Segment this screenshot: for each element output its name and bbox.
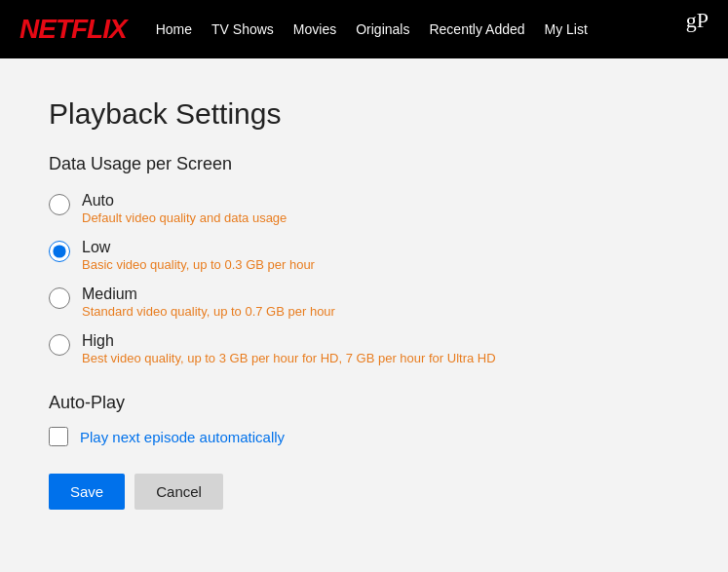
netflix-logo: NETFLIX (19, 14, 127, 45)
nav-originals[interactable]: Originals (356, 21, 409, 37)
radio-auto-labels: Auto Default video quality and data usag… (82, 192, 287, 225)
radio-high-label[interactable]: High (82, 332, 496, 350)
radio-low-label[interactable]: Low (82, 239, 315, 256)
nav-tv-shows[interactable]: TV Shows (211, 21, 274, 37)
data-usage-section-title: Data Usage per Screen (49, 154, 679, 174)
radio-medium-label[interactable]: Medium (82, 286, 335, 303)
data-usage-radio-group: Auto Default video quality and data usag… (49, 192, 679, 365)
nav-movies[interactable]: Movies (293, 21, 336, 37)
save-button[interactable]: Save (49, 474, 125, 510)
radio-low-desc: Basic video quality, up to 0.3 GB per ho… (82, 257, 315, 272)
page-title: Playback Settings (49, 97, 679, 131)
radio-auto[interactable] (49, 194, 70, 215)
button-row: Save Cancel (49, 474, 679, 510)
radio-option-medium: Medium Standard video quality, up to 0.7… (49, 286, 679, 319)
nav-recently-added[interactable]: Recently Added (429, 21, 524, 37)
autoplay-section-title: Auto-Play (49, 393, 679, 413)
main-content: Playback Settings Data Usage per Screen … (0, 58, 728, 549)
radio-medium-desc: Standard video quality, up to 0.7 GB per… (82, 304, 335, 319)
radio-low[interactable] (49, 241, 70, 262)
nav-home[interactable]: Home (156, 21, 192, 37)
radio-medium-labels: Medium Standard video quality, up to 0.7… (82, 286, 335, 319)
nav-links: Home TV Shows Movies Originals Recently … (156, 20, 588, 38)
autoplay-label[interactable]: Play next episode automatically (80, 429, 285, 445)
radio-high[interactable] (49, 334, 70, 356)
nav-my-list[interactable]: My List (545, 21, 588, 37)
gp-badge: gP (686, 8, 709, 33)
cancel-button[interactable]: Cancel (134, 474, 223, 510)
radio-auto-label[interactable]: Auto (82, 192, 287, 210)
radio-medium[interactable] (49, 287, 70, 309)
radio-high-desc: Best video quality, up to 3 GB per hour … (82, 351, 496, 365)
autoplay-checkbox[interactable] (49, 427, 68, 446)
radio-auto-desc: Default video quality and data usage (82, 210, 287, 225)
radio-low-labels: Low Basic video quality, up to 0.3 GB pe… (82, 239, 315, 272)
autoplay-section: Auto-Play Play next episode automaticall… (49, 393, 679, 446)
radio-option-high: High Best video quality, up to 3 GB per … (49, 332, 679, 365)
navbar: NETFLIX Home TV Shows Movies Originals R… (0, 0, 728, 58)
radio-option-low: Low Basic video quality, up to 0.3 GB pe… (49, 239, 679, 272)
autoplay-checkbox-option: Play next episode automatically (49, 427, 679, 446)
radio-option-auto: Auto Default video quality and data usag… (49, 192, 679, 225)
radio-high-labels: High Best video quality, up to 3 GB per … (82, 332, 496, 365)
